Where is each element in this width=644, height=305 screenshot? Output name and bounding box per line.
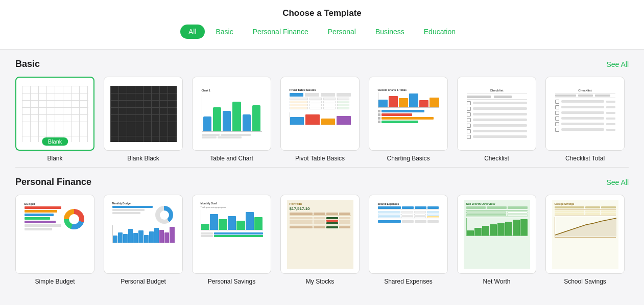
checklist-total-visual: Checklist [552, 86, 618, 142]
template-shared-expenses[interactable]: Shared Expenses [369, 195, 448, 285]
template-shared-expenses-label: Shared Expenses [384, 278, 433, 285]
template-checklist-total[interactable]: Checklist [545, 77, 625, 162]
template-table-chart-label: Table and Chart [210, 155, 253, 162]
template-charting[interactable]: Custom Charts & Totals [369, 77, 448, 162]
tab-education[interactable]: Education [416, 25, 464, 39]
tab-personal[interactable]: Personal [320, 25, 364, 39]
pivot-visual: Pivot Table Basics [287, 86, 353, 142]
my-stocks-visual: Portfolio $17,517.10 [287, 200, 353, 269]
template-personal-savings-label: Personal Savings [208, 278, 255, 285]
blank-badge: Blank [42, 137, 68, 146]
template-my-stocks-label: My Stocks [306, 278, 334, 285]
table-chart-visual: Chart 1 [199, 86, 265, 142]
blank-black-grid [110, 86, 177, 142]
checklist-visual: Checklist [464, 86, 530, 142]
header: Choose a Template All Basic Personal Fin… [0, 0, 644, 50]
template-personal-budget[interactable]: Monthly Budget [104, 195, 183, 285]
template-blank-black[interactable]: Blank Black [104, 77, 183, 162]
school-savings-visual: College Savings [552, 200, 618, 269]
personal-savings-visual: Monthly Goal Track your savings progress [199, 200, 265, 269]
template-blank-black-label: Blank Black [127, 155, 159, 162]
tab-personal-finance[interactable]: Personal Finance [245, 25, 317, 39]
template-simple-budget-label: Simple Budget [35, 278, 75, 285]
template-simple-budget[interactable]: Budget [15, 195, 94, 285]
shared-expenses-visual: Shared Expenses [375, 200, 442, 269]
see-all-pf[interactable]: See All [606, 178, 629, 186]
section-basic-header: Basic See All [15, 59, 629, 69]
template-pivot[interactable]: Pivot Table Basics [280, 77, 360, 162]
content-area: Basic See All Blank Blank Blank Black [0, 50, 644, 290]
template-blank-label: Blank [47, 155, 62, 162]
template-pivot-label: Pivot Table Basics [295, 155, 345, 162]
section-basic: Basic See All Blank Blank Blank Black [15, 50, 629, 168]
template-personal-budget-label: Personal Budget [121, 278, 166, 285]
charting-visual: Custom Charts & Totals [375, 86, 442, 142]
template-net-worth-label: Net Worth [483, 278, 511, 285]
section-pf-title: Personal Finance [15, 177, 91, 187]
see-all-basic[interactable]: See All [606, 60, 629, 68]
section-pf-header: Personal Finance See All [15, 177, 629, 187]
page-title: Choose a Template [0, 8, 644, 18]
template-school-savings[interactable]: College Savings [545, 195, 625, 285]
template-table-chart[interactable]: Chart 1 [192, 77, 271, 162]
template-school-savings-label: School Savings [564, 278, 606, 285]
tab-business[interactable]: Business [367, 25, 413, 39]
tab-all[interactable]: All [180, 25, 205, 39]
template-personal-savings[interactable]: Monthly Goal Track your savings progress [192, 195, 271, 285]
blank-grid [22, 86, 88, 142]
pf-templates-row: Budget [15, 195, 629, 285]
section-personal-finance: Personal Finance See All Budget [15, 168, 629, 290]
tab-basic[interactable]: Basic [208, 25, 242, 39]
template-blank[interactable]: Blank Blank [15, 77, 94, 162]
template-net-worth[interactable]: Net Worth Overview [457, 195, 536, 285]
template-checklist[interactable]: Checklist [457, 77, 536, 162]
net-worth-visual: Net Worth Overview [464, 200, 530, 269]
template-my-stocks[interactable]: Portfolio $17,517.10 [280, 195, 360, 285]
simple-budget-visual: Budget [22, 200, 88, 269]
template-charting-label: Charting Basics [387, 155, 430, 162]
template-checklist-total-label: Checklist Total [565, 155, 605, 162]
section-basic-title: Basic [15, 59, 40, 69]
svg-marker-0 [555, 218, 616, 237]
personal-budget-visual: Monthly Budget [110, 200, 177, 269]
basic-templates-row: Blank Blank Blank Black Chart 1 [15, 77, 629, 162]
template-checklist-label: Checklist [484, 155, 509, 162]
tab-bar: All Basic Personal Finance Personal Busi… [0, 25, 644, 44]
